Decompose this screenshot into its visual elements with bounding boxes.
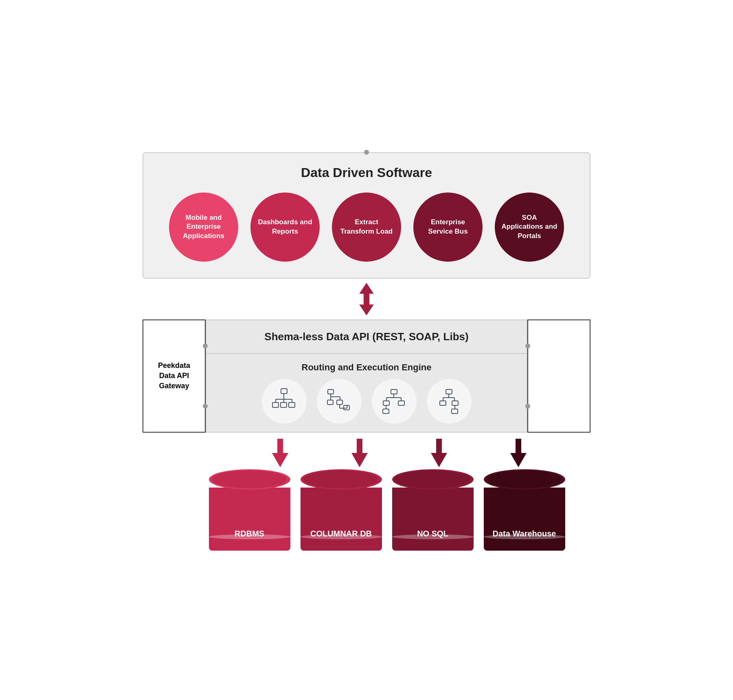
main-title: Data Driven Software — [156, 165, 577, 180]
svg-marker-41 — [351, 439, 368, 467]
databases-row: RDBMS COLUMNAR DB NO SQL — [204, 469, 570, 551]
svg-rect-10 — [289, 402, 295, 407]
arrow-down-1 — [240, 439, 320, 467]
cylinder-nosql: NO SQL — [392, 469, 474, 551]
circle-dashboards: Dashboards and Reports — [250, 192, 320, 262]
svg-marker-42 — [431, 439, 447, 467]
right-gateway-box — [527, 319, 590, 433]
cylinder-rdbms: RDBMS — [209, 469, 290, 551]
routing-title: Routing and Execution Engine — [215, 362, 518, 373]
routing-icon-2 — [317, 379, 362, 424]
circle-mobile-enterprise: Mobile and Enterprise Applications — [169, 192, 238, 262]
routing-icon-1 — [262, 379, 307, 424]
arrow-down-2 — [320, 439, 399, 467]
cylinder-columnar: COLUMNAR DB — [301, 469, 382, 551]
routing-icon-3 — [372, 379, 417, 424]
bidirectional-arrow — [354, 283, 379, 315]
svg-rect-9 — [281, 402, 287, 407]
svg-rect-8 — [272, 402, 279, 407]
api-block: Shema-less Data API (REST, SOAP, Libs) R… — [206, 319, 527, 433]
svg-rect-30 — [383, 409, 389, 413]
svg-rect-28 — [398, 401, 404, 405]
circle-etl: Extract Transform Load — [332, 192, 401, 262]
svg-rect-39 — [452, 409, 458, 413]
svg-marker-1 — [359, 299, 374, 315]
top-connector-dot — [364, 150, 369, 155]
db-columnar: COLUMNAR DB — [295, 469, 387, 551]
svg-rect-22 — [391, 389, 397, 394]
left-gateway-box: Peekdata Data API Gateway — [143, 319, 206, 433]
arrow-down-4 — [478, 439, 558, 467]
svg-rect-27 — [383, 401, 389, 405]
svg-rect-11 — [328, 389, 334, 394]
svg-marker-0 — [359, 283, 374, 299]
routing-section: Routing and Execution Engine — [206, 354, 527, 432]
svg-rect-17 — [337, 400, 342, 405]
db-warehouse: Data Warehouse — [478, 469, 570, 551]
main-diagram: Data Driven Software Mobile and Enterpri… — [143, 150, 590, 551]
middle-section: Peekdata Data API Gateway Shema-less Dat… — [143, 319, 590, 433]
svg-marker-40 — [272, 439, 288, 467]
svg-rect-31 — [446, 389, 452, 394]
svg-rect-16 — [327, 400, 333, 405]
arrow-down-3 — [399, 439, 478, 467]
circle-esb: Enterprise Service Bus — [413, 192, 483, 262]
db-nosql: NO SQL — [387, 469, 478, 551]
routing-icons-row — [215, 379, 518, 424]
circle-soa: SOA Applications and Portals — [495, 192, 564, 262]
api-title: Shema-less Data API (REST, SOAP, Libs) — [206, 320, 527, 354]
down-arrows-row — [240, 439, 558, 467]
db-rdbms: RDBMS — [204, 469, 295, 551]
data-driven-software-section: Data Driven Software Mobile and Enterpri… — [143, 152, 590, 279]
svg-rect-37 — [452, 401, 458, 405]
routing-icon-4 — [427, 379, 472, 424]
svg-rect-36 — [440, 401, 446, 405]
cylinder-warehouse: Data Warehouse — [484, 469, 565, 551]
svg-rect-2 — [281, 389, 287, 394]
circles-row: Mobile and Enterprise Applications Dashb… — [156, 192, 577, 262]
svg-marker-43 — [510, 439, 527, 467]
